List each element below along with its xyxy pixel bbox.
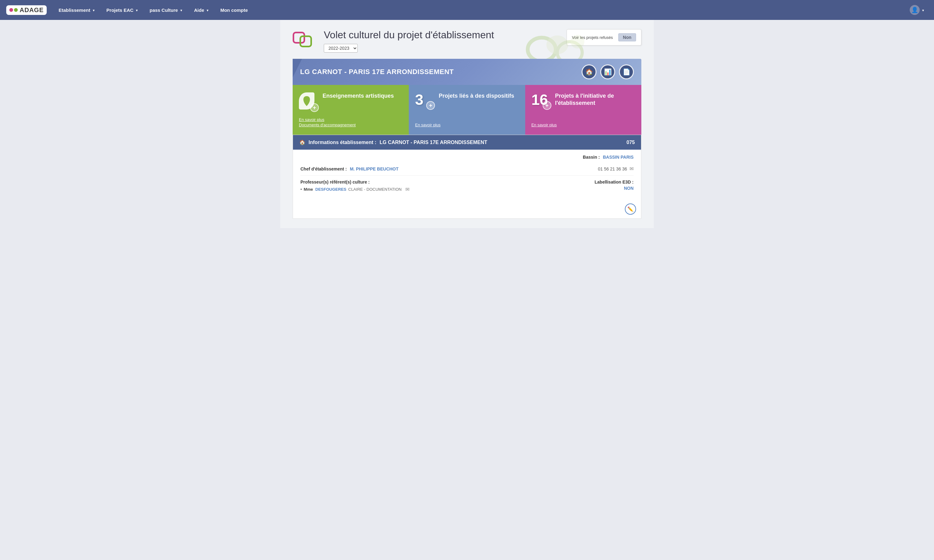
- plus-icon-enseignements[interactable]: +: [310, 103, 319, 112]
- doc-icon-button[interactable]: 📄: [619, 65, 634, 79]
- nav-arrow: ▼: [92, 9, 95, 12]
- nav-pass-culture[interactable]: pass Culture ▼: [144, 0, 188, 20]
- svg-point-1: [546, 35, 568, 54]
- chef-name: M. PHILIPPE BEUCHOT: [350, 166, 399, 171]
- page-icon: [293, 32, 317, 51]
- chef-label: Chef d'établissement :: [301, 166, 347, 171]
- page-title: Volet culturel du projet d'établissement: [324, 29, 494, 41]
- info-section: 🏠 Informations établissement : LG CARNOT…: [293, 135, 641, 219]
- prof-prefix: Mme: [304, 187, 313, 192]
- card-links-dispositifs: En savoir plus: [415, 123, 519, 127]
- nav-arrow: ▼: [136, 9, 139, 12]
- prof-details: CLAIRE - DOCUMENTATION: [348, 187, 402, 192]
- card-icon-dispositifs: 3 +: [415, 92, 434, 107]
- prof-name: Mme DESFOUGERES: [304, 187, 347, 192]
- edit-button[interactable]: ✏️: [625, 203, 636, 215]
- documents-accompagnement[interactable]: Documents d'accompagnement: [299, 123, 402, 127]
- nav-projets-eac[interactable]: Projets EAC ▼: [101, 0, 144, 20]
- prof-right: Labellisation E3D : NON: [595, 180, 633, 191]
- labellisation-label: Labellisation E3D :: [595, 180, 633, 185]
- prof-item: • Mme DESFOUGERES CLAIRE - DOCUMENTATION…: [301, 186, 409, 192]
- cards-row: + Enseignements artistiques En savoir pl…: [293, 85, 641, 135]
- leaf-svg: [302, 95, 311, 107]
- info-body: Bassin : BASSIN PARIS Chef d'établisseme…: [293, 150, 641, 201]
- plus-icon-initiative[interactable]: +: [543, 101, 551, 110]
- en-savoir-plus-dispositifs[interactable]: En savoir plus: [415, 123, 519, 127]
- logo-text: ADAGE: [20, 6, 43, 14]
- card-title-enseignements: Enseignements artistiques: [322, 92, 394, 100]
- voir-projets-label: Voir les projets refusés: [572, 35, 613, 40]
- card-links-initiative: En savoir plus: [532, 123, 635, 127]
- card-dispositifs: 3 + Projets liés à des dispositifs En sa…: [409, 85, 525, 135]
- adage-logo[interactable]: ADAGE: [6, 5, 47, 15]
- year-select[interactable]: 2022-2023: [324, 44, 358, 52]
- nav-arrow: ▼: [206, 9, 209, 12]
- chef-phone: 01 56 21 36 36: [598, 166, 627, 171]
- edit-button-row: ✏️: [293, 201, 641, 218]
- voir-projets-box: Voir les projets refusés Non: [567, 29, 641, 45]
- main-content: Volet culturel du projet d'établissement…: [280, 20, 654, 228]
- chef-email-icon[interactable]: ✉: [629, 166, 633, 172]
- home-icon-button[interactable]: 🏠: [581, 65, 596, 79]
- card-initiative: 16 + Projets à l'initiative de l'établis…: [525, 85, 641, 135]
- card-icon-initiative: 16 +: [532, 92, 550, 107]
- prof-left: Professeur(s) référent(s) culture : • Mm…: [301, 180, 409, 192]
- card-top-enseignements: + Enseignements artistiques: [299, 92, 402, 109]
- nav-aide[interactable]: Aide ▼: [188, 0, 214, 20]
- user-icon: 👤: [910, 5, 920, 15]
- icon-square-green: [299, 35, 312, 47]
- chart-icon-button[interactable]: 📊: [600, 65, 615, 79]
- bassin-value: BASSIN PARIS: [603, 155, 633, 160]
- prof-label: Professeur(s) référent(s) culture :: [301, 180, 409, 185]
- card-enseignements: + Enseignements artistiques En savoir pl…: [293, 85, 409, 135]
- card-top-dispositifs: 3 + Projets liés à des dispositifs: [415, 92, 519, 107]
- card-top-initiative: 16 + Projets à l'initiative de l'établis…: [532, 92, 635, 107]
- banner-icons: 🏠 📊 📄: [581, 65, 634, 79]
- nav-arrow: ▼: [180, 9, 183, 12]
- svg-point-0: [528, 38, 556, 61]
- info-header: 🏠 Informations établissement : LG CARNOT…: [293, 135, 641, 150]
- plus-icon-dispositifs[interactable]: +: [426, 101, 435, 110]
- non-badge[interactable]: Non: [618, 33, 636, 42]
- header-left: Volet culturel du projet d'établissement…: [293, 29, 494, 52]
- home-icon-info: 🏠: [299, 139, 305, 145]
- school-code: 075: [626, 140, 635, 145]
- en-savoir-plus-initiative[interactable]: En savoir plus: [532, 123, 635, 127]
- navbar: ADAGE Etablissement ▼ Projets EAC ▼ pass…: [0, 0, 934, 20]
- chef-row: Chef d'établissement : M. PHILIPPE BEUCH…: [301, 162, 633, 176]
- logo-dot-pink: [9, 8, 13, 12]
- card-title-dispositifs: Projets liés à des dispositifs: [439, 92, 514, 100]
- card-icon-enseignements: +: [299, 92, 317, 109]
- info-header-left: 🏠 Informations établissement : LG CARNOT…: [299, 139, 487, 145]
- bassin-row: Bassin : BASSIN PARIS: [301, 155, 633, 160]
- title-block: Volet culturel du projet d'établissement…: [324, 29, 494, 52]
- nav-etablissement[interactable]: Etablissement ▼: [53, 0, 101, 20]
- page-header: Volet culturel du projet d'établissement…: [293, 29, 641, 52]
- card-title-initiative: Projets à l'initiative de l'établissemen…: [555, 92, 635, 107]
- bullet: •: [301, 187, 302, 192]
- logo-dot-green: [14, 8, 18, 12]
- prof-row: Professeur(s) référent(s) culture : • Mm…: [301, 176, 633, 196]
- labellisation-value: NON: [595, 186, 633, 191]
- card-links-enseignements: En savoir plus Documents d'accompagnemen…: [299, 117, 402, 127]
- chef-right: 01 56 21 36 36 ✉: [598, 166, 633, 172]
- prof-lastname: DESFOUGERES: [315, 187, 347, 192]
- bassin-label: Bassin :: [583, 155, 600, 160]
- user-arrow: ▼: [922, 9, 925, 12]
- nav-mon-compte[interactable]: Mon compte: [215, 0, 253, 20]
- info-title: Informations établissement : LG CARNOT -…: [308, 140, 487, 145]
- school-banner: LG CARNOT - PARIS 17E ARRONDISSEMENT 🏠 📊…: [293, 59, 641, 85]
- prof-email-icon[interactable]: ✉: [405, 186, 409, 192]
- school-name: LG CARNOT - PARIS 17E ARRONDISSEMENT: [300, 68, 454, 76]
- info-school-name: LG CARNOT - PARIS 17E ARRONDISSEMENT: [379, 140, 487, 145]
- en-savoir-plus-enseignements[interactable]: En savoir plus: [299, 117, 402, 122]
- chef-left: Chef d'établissement : M. PHILIPPE BEUCH…: [301, 166, 399, 171]
- user-account[interactable]: 👤 ▼: [906, 5, 928, 15]
